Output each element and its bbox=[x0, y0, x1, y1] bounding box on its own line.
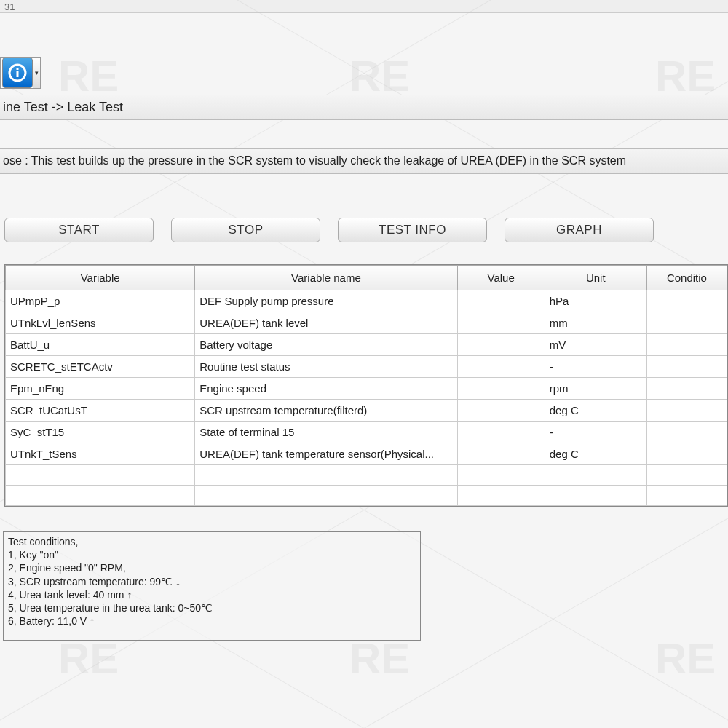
purpose-text: ose : This test builds up the pressure i… bbox=[0, 148, 728, 174]
table-cell-cond bbox=[646, 465, 727, 486]
graph-button[interactable]: GRAPH bbox=[505, 218, 654, 242]
test-info-button[interactable]: TEST INFO bbox=[338, 218, 487, 242]
table-cell-value bbox=[457, 422, 545, 443]
table-cell-value bbox=[457, 312, 545, 334]
col-header-unit[interactable]: Unit bbox=[545, 266, 646, 290]
table-cell-cond bbox=[646, 378, 727, 400]
table-cell-variable: SCR_tUCatUsT bbox=[6, 400, 195, 422]
table-cell-variable bbox=[6, 465, 195, 486]
table-cell-variable: UTnkT_tSens bbox=[6, 443, 195, 465]
table-cell-unit: rpm bbox=[545, 378, 646, 400]
table-cell-value bbox=[457, 443, 545, 465]
table-row[interactable]: BattU_uBattery voltagemV bbox=[6, 334, 727, 356]
table-cell-unit: mm bbox=[545, 312, 646, 334]
table-cell-variable: SyC_stT15 bbox=[6, 422, 195, 443]
table-cell-unit: deg C bbox=[545, 443, 646, 465]
table-cell-name: UREA(DEF) tank temperature sensor(Physic… bbox=[195, 443, 457, 465]
table-row[interactable]: SCRETC_stETCActvRoutine test status- bbox=[6, 356, 727, 378]
table-row[interactable]: UTnkLvl_lenSensUREA(DEF) tank levelmm bbox=[6, 312, 727, 334]
table-cell-name bbox=[195, 465, 457, 486]
table-cell-name: SCR upstream temperature(filterd) bbox=[195, 400, 457, 422]
table-cell-cond bbox=[646, 422, 727, 443]
table-cell-variable: BattU_u bbox=[6, 334, 195, 356]
table-cell-variable: UTnkLvl_lenSens bbox=[6, 312, 195, 334]
info-icon bbox=[2, 58, 33, 88]
table-cell-unit bbox=[545, 465, 646, 486]
table-cell-cond bbox=[646, 356, 727, 378]
col-header-variable[interactable]: Variable bbox=[6, 266, 195, 290]
table-row[interactable]: UPmpP_pDEF Supply pump pressurehPa bbox=[6, 290, 727, 312]
table-row[interactable]: SCR_tUCatUsTSCR upstream temperature(fil… bbox=[6, 400, 727, 422]
table-cell-name: Routine test status bbox=[195, 356, 457, 378]
table-row[interactable] bbox=[6, 486, 727, 506]
table-cell-name: Battery voltage bbox=[195, 334, 457, 356]
table-row[interactable]: UTnkT_tSensUREA(DEF) tank temperature se… bbox=[6, 443, 727, 465]
table-cell-cond bbox=[646, 443, 727, 465]
table-cell-value bbox=[457, 378, 545, 400]
table-cell-cond bbox=[646, 400, 727, 422]
table-cell-name: Engine speed bbox=[195, 378, 457, 400]
table-cell-value bbox=[457, 486, 545, 506]
table-row[interactable]: SyC_stT15State of terminal 15- bbox=[6, 422, 727, 443]
table-cell-unit: mV bbox=[545, 334, 646, 356]
table-cell-cond bbox=[646, 290, 727, 312]
table-cell-variable: Epm_nEng bbox=[6, 378, 195, 400]
table-cell-cond bbox=[646, 312, 727, 334]
variables-table: Variable Variable name Value Unit Condit… bbox=[4, 264, 728, 507]
svg-rect-2 bbox=[17, 68, 19, 70]
table-cell-name bbox=[195, 486, 457, 506]
stop-button[interactable]: STOP bbox=[171, 218, 320, 242]
table-cell-value bbox=[457, 334, 545, 356]
table-cell-value bbox=[457, 356, 545, 378]
table-cell-unit: hPa bbox=[545, 290, 646, 312]
col-header-condition[interactable]: Conditio bbox=[646, 266, 727, 290]
table-row[interactable] bbox=[6, 465, 727, 486]
table-cell-cond bbox=[646, 486, 727, 506]
table-cell-name: UREA(DEF) tank level bbox=[195, 312, 457, 334]
table-cell-cond bbox=[646, 334, 727, 356]
table-cell-variable: UPmpP_p bbox=[6, 290, 195, 312]
breadcrumb: ine Test -> Leak Test bbox=[0, 95, 728, 120]
header-number: 31 bbox=[0, 0, 19, 14]
table-cell-unit bbox=[545, 486, 646, 506]
col-header-value[interactable]: Value bbox=[457, 266, 545, 290]
table-cell-variable: SCRETC_stETCActv bbox=[6, 356, 195, 378]
svg-rect-1 bbox=[17, 71, 19, 77]
test-conditions-box: Test conditions, 1, Key "on" 2, Engine s… bbox=[3, 531, 421, 641]
table-cell-unit: - bbox=[545, 356, 646, 378]
table-cell-unit: deg C bbox=[545, 400, 646, 422]
col-header-variable-name[interactable]: Variable name bbox=[195, 266, 457, 290]
table-cell-name: DEF Supply pump pressure bbox=[195, 290, 457, 312]
table-cell-value bbox=[457, 290, 545, 312]
table-cell-value bbox=[457, 465, 545, 486]
table-cell-name: State of terminal 15 bbox=[195, 422, 457, 443]
table-cell-unit: - bbox=[545, 422, 646, 443]
table-row[interactable]: Epm_nEngEngine speedrpm bbox=[6, 378, 727, 400]
info-dropdown-button[interactable]: ▾ bbox=[0, 57, 41, 89]
table-cell-variable bbox=[6, 486, 195, 506]
start-button[interactable]: START bbox=[4, 218, 154, 242]
chevron-down-icon: ▾ bbox=[33, 58, 40, 88]
table-cell-value bbox=[457, 400, 545, 422]
